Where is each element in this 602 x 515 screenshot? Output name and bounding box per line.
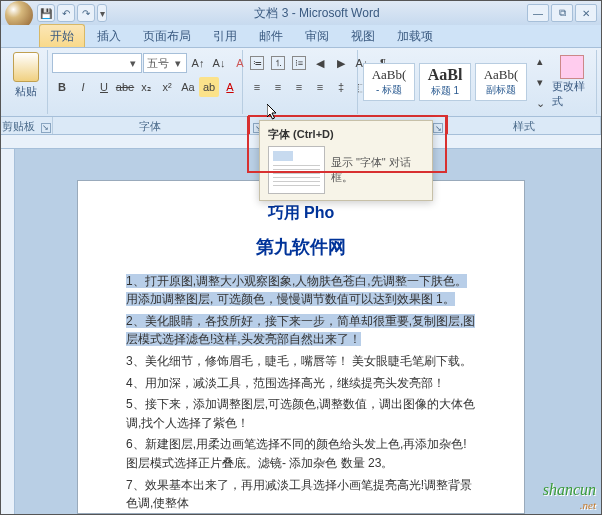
mouse-cursor-icon <box>267 104 279 122</box>
increase-indent-button[interactable]: ▶ <box>331 53 351 73</box>
font-name-select[interactable]: ▾ <box>52 53 142 73</box>
close-button[interactable]: ✕ <box>575 4 597 22</box>
font-color-button[interactable]: A <box>220 77 240 97</box>
justify-button[interactable]: ≡ <box>310 77 330 97</box>
tab-addins[interactable]: 加载项 <box>387 25 443 47</box>
change-case-button[interactable]: Aa <box>178 77 198 97</box>
tab-mailings[interactable]: 邮件 <box>249 25 293 47</box>
multilevel-button[interactable]: ⁝≡ <box>289 53 309 73</box>
align-left-button[interactable]: ≡ <box>247 77 267 97</box>
window-title: 文档 3 - Microsoft Word <box>107 5 527 22</box>
qat-dropdown-icon[interactable]: ▾ <box>97 4 107 22</box>
doc-heading-1: 巧用 Pho <box>126 201 476 226</box>
doc-paragraph-3: 3、美化细节，修饰眉毛，睫毛，嘴唇等！ 美女眼睫毛笔刷下载。 <box>126 352 476 371</box>
decrease-indent-button[interactable]: ◀ <box>310 53 330 73</box>
tab-view[interactable]: 视图 <box>341 25 385 47</box>
grow-font-icon[interactable]: A↑ <box>188 53 208 73</box>
shrink-font-icon[interactable]: A↓ <box>209 53 229 73</box>
group-label-clipboard: 剪贴板 ↘ <box>1 117 53 134</box>
align-right-button[interactable]: ≡ <box>289 77 309 97</box>
paste-button[interactable]: 粘贴 <box>9 50 43 114</box>
styles-scroll-up-icon[interactable]: ▴ <box>530 51 550 71</box>
paragraph-launcher-icon[interactable]: ↘ <box>433 123 443 133</box>
group-label-font: 字体 <box>53 117 248 134</box>
style-subtitle[interactable]: AaBb( 副标题 <box>475 63 527 101</box>
bold-button[interactable]: B <box>52 77 72 97</box>
styles-scroll-down-icon[interactable]: ▾ <box>530 72 550 92</box>
doc-paragraph-1: 1、打开原图,调整大小观察图象,人物肤色苍白,先调整一下肤色。 用添加调整图层,… <box>126 272 476 309</box>
clipboard-launcher-icon[interactable]: ↘ <box>41 123 51 133</box>
tab-insert[interactable]: 插入 <box>87 25 131 47</box>
ribbon-tabs: 开始 插入 页面布局 引用 邮件 审阅 视图 加载项 <box>1 25 601 47</box>
align-center-button[interactable]: ≡ <box>268 77 288 97</box>
save-icon[interactable]: 💾 <box>37 4 55 22</box>
doc-paragraph-5: 5、接下来，添加调整图层,可选颜色,调整数值，调出图像的大体色调,找个人选择了紫… <box>126 395 476 432</box>
doc-paragraph-7: 7、效果基本出来了，再用减淡工具选择小画笔提亮高光!调整背景色调,使整体 <box>126 476 476 513</box>
redo-icon[interactable]: ↷ <box>77 4 95 22</box>
subscript-button[interactable]: x₂ <box>136 77 156 97</box>
tab-review[interactable]: 审阅 <box>295 25 339 47</box>
doc-paragraph-4: 4、用加深，减淡工具，范围选择高光，继续提亮头发亮部！ <box>126 374 476 393</box>
bullets-button[interactable]: ≔ <box>247 53 267 73</box>
vertical-ruler[interactable] <box>1 149 15 514</box>
title-bar: 💾 ↶ ↷ ▾ 文档 3 - Microsoft Word — ⧉ ✕ <box>1 1 601 25</box>
numbering-button[interactable]: ⒈ <box>268 53 288 73</box>
ribbon: 粘贴 ▾ 五号▾ A↑ A↓ A B I U abe x₂ x² <box>1 47 601 117</box>
supertip-font-dialog: 字体 (Ctrl+D) 显示 "字体" 对话框。 <box>259 120 433 201</box>
maximize-button[interactable]: ⧉ <box>551 4 573 22</box>
supertip-thumbnail-icon <box>268 146 325 194</box>
strikethrough-button[interactable]: abe <box>115 77 135 97</box>
quick-access-toolbar: 💾 ↶ ↷ ▾ <box>37 4 107 22</box>
underline-button[interactable]: U <box>94 77 114 97</box>
italic-button[interactable]: I <box>73 77 93 97</box>
document-page[interactable]: 巧用 Pho 第九软件网 1、打开原图,调整大小观察图象,人物肤色苍白,先调整一… <box>77 180 525 514</box>
line-spacing-button[interactable]: ‡ <box>331 77 351 97</box>
tab-references[interactable]: 引用 <box>203 25 247 47</box>
doc-paragraph-6: 6、新建图层,用柔边画笔选择不同的颜色给头发上色,再添加杂色!图层模式选择正片叠… <box>126 435 476 472</box>
watermark: shancun.net <box>543 481 596 511</box>
doc-heading-2: 第九软件网 <box>126 234 476 262</box>
supertip-title: 字体 (Ctrl+D) <box>268 127 424 142</box>
doc-paragraph-2: 2、美化眼睛，各投所好，接下来一步，简单却很重要,复制图层,图层模式选择滤色!这… <box>126 312 476 349</box>
tab-home[interactable]: 开始 <box>39 24 85 47</box>
tab-page-layout[interactable]: 页面布局 <box>133 25 201 47</box>
group-label-styles: 样式 <box>448 117 601 134</box>
undo-icon[interactable]: ↶ <box>57 4 75 22</box>
superscript-button[interactable]: x² <box>157 77 177 97</box>
clipboard-icon <box>13 52 39 82</box>
style-heading1[interactable]: AaBl 标题 1 <box>419 63 471 101</box>
highlight-button[interactable]: ab <box>199 77 219 97</box>
minimize-button[interactable]: — <box>527 4 549 22</box>
supertip-text: 显示 "字体" 对话框。 <box>331 155 424 185</box>
style-heading[interactable]: AaBb( - 标题 <box>363 63 415 101</box>
font-size-select[interactable]: 五号▾ <box>143 53 187 73</box>
change-styles-button[interactable]: 更改样式 <box>552 55 592 109</box>
styles-more-icon[interactable]: ⌄ <box>530 93 550 113</box>
